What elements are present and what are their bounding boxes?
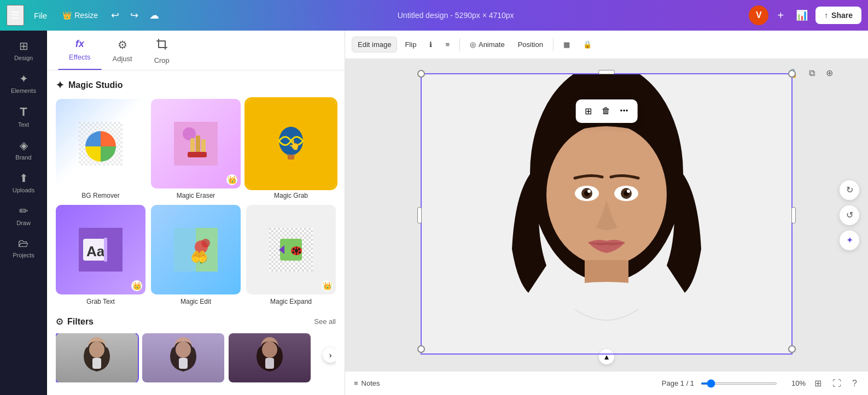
- tool-label-grab-text: Grab Text: [86, 298, 115, 305]
- selection-handle-ml[interactable]: [417, 207, 422, 223]
- sync-button[interactable]: ↺: [840, 205, 859, 225]
- selection-handle-mr[interactable]: [791, 207, 796, 223]
- tool-card-magic-expand[interactable]: 👑 Magic Expand: [246, 205, 336, 305]
- sidebar-item-brand[interactable]: ◈ Brand: [3, 134, 44, 165]
- magic-action-button[interactable]: ✦: [840, 231, 859, 250]
- menu-icon-button[interactable]: ☰: [7, 5, 24, 26]
- svg-rect-15: [288, 155, 294, 160]
- sidebar-item-design[interactable]: ⊞ Design: [3, 35, 44, 66]
- expand-button[interactable]: ⛶: [830, 376, 843, 391]
- notes-button[interactable]: ≡ Notes: [354, 379, 380, 387]
- tool-label-magic-eraser: Magic Eraser: [177, 192, 215, 199]
- redo-button[interactable]: ↪: [127, 6, 142, 25]
- sidebar-item-label: Text: [18, 121, 29, 128]
- sidebar-item-label: Brand: [15, 154, 31, 161]
- float-more-button[interactable]: •••: [617, 104, 632, 118]
- stats-button[interactable]: 📊: [793, 6, 811, 25]
- tool-thumb-grab-text: Aa 👑: [56, 205, 145, 294]
- svg-point-40: [293, 248, 295, 250]
- svg-point-59: [587, 190, 591, 193]
- filter-thumb-1: [56, 333, 138, 382]
- topbar: ☰ File 👑 Resize ↩ ↪ ☁ Untitled design - …: [0, 0, 868, 31]
- tab-adjust[interactable]: ⚙ Adjust: [102, 31, 143, 70]
- sidebar-item-label: Design: [14, 55, 33, 61]
- toolbar-separator-2: [553, 38, 554, 51]
- lock-button[interactable]: 🔒: [578, 37, 597, 52]
- animate-button[interactable]: ◎ Animate: [464, 37, 510, 52]
- selection-handle-tm[interactable]: [598, 70, 615, 74]
- panel-content: ✦ Magic Studio: [47, 70, 345, 395]
- svg-text:👆: 👆: [288, 139, 301, 151]
- flip-button[interactable]: Flip: [399, 37, 422, 52]
- grid-view-button[interactable]: ⊞: [812, 376, 824, 391]
- magic-eraser-crown: 👑: [226, 174, 237, 185]
- tab-crop[interactable]: Crop: [143, 31, 180, 70]
- menu-button[interactable]: ≡: [440, 37, 455, 52]
- svg-point-43: [299, 251, 301, 253]
- resize-label: Resize: [74, 11, 98, 20]
- tool-card-bg-remover[interactable]: BG Remover: [56, 99, 145, 199]
- notes-icon: ≡: [354, 379, 358, 387]
- selection-handle-bl[interactable]: [417, 345, 425, 353]
- filters-title-text: Filters: [67, 317, 94, 327]
- add-button[interactable]: +: [773, 7, 788, 24]
- info-button[interactable]: ℹ: [424, 37, 438, 52]
- sidebar-item-text[interactable]: T Text: [3, 101, 44, 132]
- float-copy-button[interactable]: ⊞: [581, 103, 595, 120]
- filters-header: ⊙ Filters See all: [56, 316, 336, 327]
- sidebar-item-elements[interactable]: ✦ Elements: [3, 68, 44, 98]
- sidebar-item-projects[interactable]: 🗁 Projects: [3, 233, 44, 263]
- tool-card-magic-edit[interactable]: 🤲 Magic Edit: [151, 205, 241, 305]
- scroll-up-button[interactable]: ▲: [599, 349, 614, 364]
- tab-effects[interactable]: fx Effects: [58, 31, 102, 70]
- filter-card-3[interactable]: [229, 333, 311, 382]
- elements-icon: ✦: [19, 72, 28, 85]
- tool-card-grab-text[interactable]: Aa 👑 Grab Text: [56, 205, 145, 305]
- selection-handle-tl[interactable]: [417, 70, 425, 78]
- crop-tab-label: Crop: [154, 56, 170, 64]
- filter-next-button[interactable]: ›: [323, 347, 336, 363]
- undo-button[interactable]: ↩: [108, 6, 123, 25]
- duplicate-button[interactable]: ⧉: [807, 66, 817, 80]
- user-avatar[interactable]: V: [749, 5, 768, 25]
- sidebar-item-draw[interactable]: ✏ Draw: [3, 200, 44, 231]
- tool-card-magic-eraser[interactable]: 👑 Magic Eraser: [151, 99, 241, 199]
- filter-card-1[interactable]: [56, 333, 138, 382]
- svg-line-16: [287, 155, 289, 155]
- selection-handle-tr[interactable]: [788, 70, 796, 78]
- sidebar-item-label: Projects: [13, 252, 34, 258]
- filter-card-2[interactable]: [142, 333, 224, 382]
- position-button[interactable]: Position: [512, 37, 549, 52]
- float-delete-button[interactable]: 🗑: [598, 103, 614, 119]
- sidebar-item-uploads[interactable]: ⬆ Uploads: [3, 167, 44, 198]
- sidebar-item-label: Elements: [11, 87, 36, 94]
- canvas-area: Edit image Flip ℹ ≡ ◎ Animate Position ▦…: [345, 31, 868, 395]
- add-frame-button[interactable]: ⊕: [824, 66, 835, 80]
- svg-text:Aa: Aa: [86, 243, 105, 260]
- notes-label: Notes: [362, 379, 380, 387]
- resize-button[interactable]: 👑 Resize: [57, 8, 103, 23]
- edit-image-button[interactable]: Edit image: [352, 37, 397, 52]
- sidebar-item-label: Uploads: [13, 187, 34, 193]
- tool-label-magic-grab: Magic Grab: [274, 192, 308, 199]
- transparency-button[interactable]: ▦: [558, 37, 575, 52]
- rotate-right-button[interactable]: ↻: [840, 180, 859, 200]
- file-button[interactable]: File: [28, 8, 53, 23]
- tool-thumb-bg-remover: [56, 99, 145, 188]
- tab-bar: fx Effects ⚙ Adjust Crop: [47, 31, 345, 70]
- brand-icon: ◈: [20, 139, 28, 152]
- magic-studio-header: ✦ Magic Studio: [56, 79, 336, 91]
- svg-rect-23: [104, 238, 107, 262]
- see-all-button[interactable]: See all: [314, 317, 336, 326]
- filter-thumb-3: [229, 333, 311, 382]
- selection-handle-br[interactable]: [788, 345, 796, 353]
- zoom-slider[interactable]: [701, 382, 777, 385]
- canvas-viewport: 🔒 ⧉ ⊕: [345, 59, 868, 371]
- help-button[interactable]: ?: [850, 376, 859, 391]
- tool-card-magic-grab[interactable]: 👆 Magic Grab: [246, 99, 336, 199]
- crown-icon: 👑: [62, 11, 72, 20]
- svg-rect-12: [188, 152, 207, 157]
- share-button[interactable]: ↑ Share: [815, 7, 861, 24]
- cloud-button[interactable]: ☁: [146, 6, 162, 25]
- svg-rect-52: [265, 358, 274, 369]
